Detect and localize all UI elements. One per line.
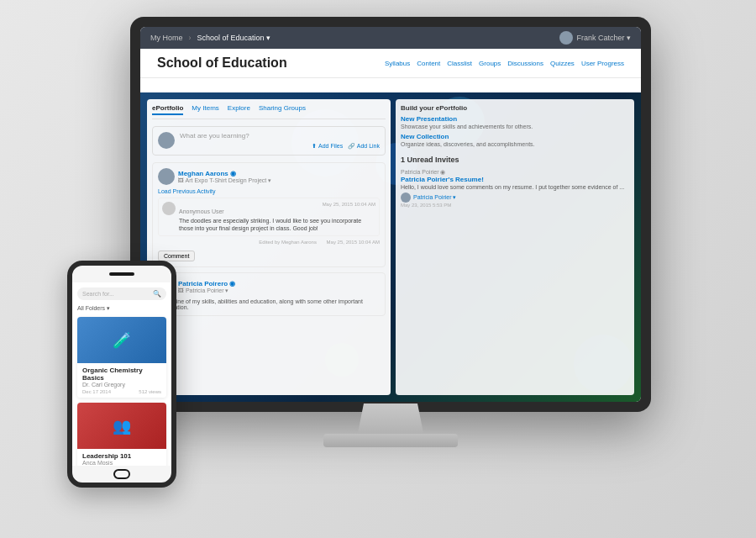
nav-groups[interactable]: Groups [479, 60, 501, 67]
monitor-stand [357, 404, 424, 437]
phone-filter[interactable]: All Folders ▾ [72, 303, 171, 314]
activity-content-1: Anonymous User May 25, 2015 10:04 AM The… [179, 202, 375, 232]
phone: Search for... 🔍 All Folders ▾ 🧪 Organic … [67, 261, 176, 488]
monitor-body: My Home › School of Education ▾ Frank Ca… [130, 17, 651, 412]
phone-card-meta-1: Dec 17 2014 512 views [82, 389, 161, 394]
topbar-user[interactable]: Frank Catcher ▾ [559, 31, 631, 45]
nav-separator: › [189, 34, 192, 42]
invite-poster-name[interactable]: Patricia Poirier ▾ [413, 194, 456, 201]
page-title: School of Education [157, 55, 287, 71]
invite-poster: Patricia Poirier ▾ [401, 193, 629, 203]
phone-screen: Search for... 🔍 All Folders ▾ 🧪 Organic … [72, 282, 171, 466]
invite-date: May 23, 2015 5:53 PM [401, 203, 629, 208]
screen-header: School of Education Syllabus Content Cla… [140, 49, 641, 78]
phone-card-body-2: Leadership 101 Anca Mosis [77, 449, 166, 466]
phone-card-1[interactable]: 🧪 Organic Chemistry Basics Dr. Carl Greg… [77, 317, 166, 398]
activity-text-1: The doodles are especially striking. I w… [179, 217, 375, 232]
tab-eportfolio[interactable]: ePortfolio [152, 104, 183, 115]
post-author-2[interactable]: Patricia Poirero ◉ [178, 280, 235, 287]
main-panel: ePortfolio My Items Explore Sharing Grou… [147, 99, 391, 395]
phone-card-title-2: Leadership 101 [82, 452, 161, 460]
phone-search-text: Search for... [82, 291, 153, 297]
tab-explore[interactable]: Explore [228, 104, 250, 115]
compose-actions: ⬆ Add Files 🔗 Add Link [180, 143, 380, 150]
post-author-1[interactable]: Meghan Aarons ◉ [178, 170, 271, 177]
new-presentation-desc: Showcase your skills and achievements fo… [401, 124, 629, 129]
user-avatar [559, 31, 573, 45]
post-header-2: Patricia Poirero ◉ 🖼 Patricia Poirier ▾ [158, 278, 380, 295]
tab-my-items[interactable]: My Items [192, 104, 218, 115]
screen-topbar: My Home › School of Education ▾ Frank Ca… [140, 27, 641, 49]
invite-item-1: Patricia Poirier ◉ Patricia Poirier's Re… [401, 169, 629, 208]
invite-message: Hello, I would love some comments on my … [401, 183, 629, 191]
new-collection-desc: Organize ideas, discoveries, and accompl… [401, 141, 629, 147]
post-meta-2: Patricia Poirero ◉ 🖼 Patricia Poirier ▾ [178, 280, 235, 294]
nav-content[interactable]: Content [417, 60, 440, 67]
phone-home-button[interactable] [113, 469, 130, 479]
compose-input[interactable]: What are you learning? [180, 132, 380, 140]
screen-content-overlay: ePortfolio My Items Explore Sharing Grou… [140, 92, 641, 402]
add-link-button[interactable]: 🔗 Add Link [348, 143, 380, 150]
new-collection-link[interactable]: New Collection [401, 133, 629, 140]
compose-box: What are you learning? ⬆ Add Files 🔗 Add… [152, 126, 386, 156]
post-meta-1: Meghan Aarons ◉ 🖼 Art Expo T-Shirt Desig… [178, 170, 271, 184]
activity-header-1: Anonymous User May 25, 2015 10:04 AM [179, 202, 375, 217]
phone-filter-text: All Folders ▾ [77, 305, 110, 312]
activity-item-1: Anonymous User May 25, 2015 10:04 AM The… [158, 198, 380, 236]
add-files-button[interactable]: ⬆ Add Files [312, 143, 343, 150]
post-tag-1[interactable]: 🖼 Art Expo T-Shirt Design Project ▾ [178, 177, 271, 184]
phone-card-title-1: Organic Chemistry Basics [82, 367, 161, 382]
invites-count: 1 Unread Invites [401, 156, 629, 164]
phone-search-bar[interactable]: Search for... 🔍 [77, 287, 166, 300]
right-panel: Build your ePortfolio New Presentation S… [396, 99, 634, 395]
sub-nav: ePortfolio My Items Explore Sharing Grou… [152, 104, 386, 119]
post-avatar-1 [158, 168, 175, 185]
phone-card-author-1: Dr. Carl Gregory [82, 382, 161, 388]
activity-user-1: Anonymous User [179, 208, 224, 214]
tab-sharing-groups[interactable]: Sharing Groups [259, 104, 306, 115]
user-name: Frank Catcher ▾ [576, 34, 631, 42]
build-section: Build your ePortfolio New Presentation S… [401, 104, 629, 147]
phone-card-2[interactable]: 👥 Leadership 101 Anca Mosis [77, 403, 166, 466]
build-title: Build your ePortfolio [401, 104, 629, 112]
phone-card-img-2: 👥 [77, 403, 166, 449]
monitor-base [323, 434, 458, 447]
invite-title[interactable]: Patricia Poirier's Resume! [401, 176, 629, 183]
activity-time-1: May 25, 2015 10:04 AM [323, 202, 375, 207]
nav-syllabus[interactable]: Syllabus [385, 60, 410, 67]
nav-home[interactable]: My Home [150, 34, 183, 42]
load-previous[interactable]: Load Previous Activity [158, 188, 380, 194]
post-item-1: Meghan Aarons ◉ 🖼 Art Expo T-Shirt Desig… [152, 162, 386, 267]
phone-card-date-1: Dec 17 2014 [82, 389, 111, 394]
invite-from: Patricia Poirier ◉ [401, 169, 629, 176]
nav-quizzes[interactable]: Quizzes [550, 60, 575, 67]
phone-card-img-1: 🧪 [77, 317, 166, 363]
edited-line-1: Edited by Meghan Aarons May 25, 2015 10:… [158, 240, 380, 245]
phone-speaker [109, 272, 134, 276]
new-presentation-link[interactable]: New Presentation [401, 115, 629, 123]
post-header-1: Meghan Aarons ◉ 🖼 Art Expo T-Shirt Desig… [158, 168, 380, 185]
nav-current[interactable]: School of Education ▾ [197, 34, 271, 42]
post-item-2: Patricia Poirero ◉ 🖼 Patricia Poirier ▾ … [152, 272, 386, 316]
nav-discussions[interactable]: Discussions [507, 60, 543, 67]
post-desc-2: An outline of my skills, abilities and e… [158, 298, 380, 310]
header-nav: Syllabus Content Classlist Groups Discus… [385, 60, 624, 67]
phone-card-views-1: 512 views [139, 389, 161, 394]
topbar-nav: My Home › School of Education ▾ [150, 34, 270, 42]
phone-card-author-2: Anca Mosis [82, 460, 161, 466]
nav-user-progress[interactable]: User Progress [581, 60, 624, 67]
phone-search-icon: 🔍 [153, 290, 161, 298]
activity-avatar-1 [162, 202, 176, 215]
nav-classlist[interactable]: Classlist [447, 60, 472, 67]
invite-poster-avatar [401, 193, 411, 203]
compose-avatar [158, 132, 175, 149]
invites-section: 1 Unread Invites Patricia Poirier ◉ Patr… [401, 156, 629, 208]
post-tag-2[interactable]: 🖼 Patricia Poirier ▾ [178, 287, 235, 294]
phone-card-body-1: Organic Chemistry Basics Dr. Carl Gregor… [77, 363, 166, 398]
monitor: My Home › School of Education ▾ Frank Ca… [130, 17, 651, 462]
monitor-screen: My Home › School of Education ▾ Frank Ca… [140, 27, 641, 402]
